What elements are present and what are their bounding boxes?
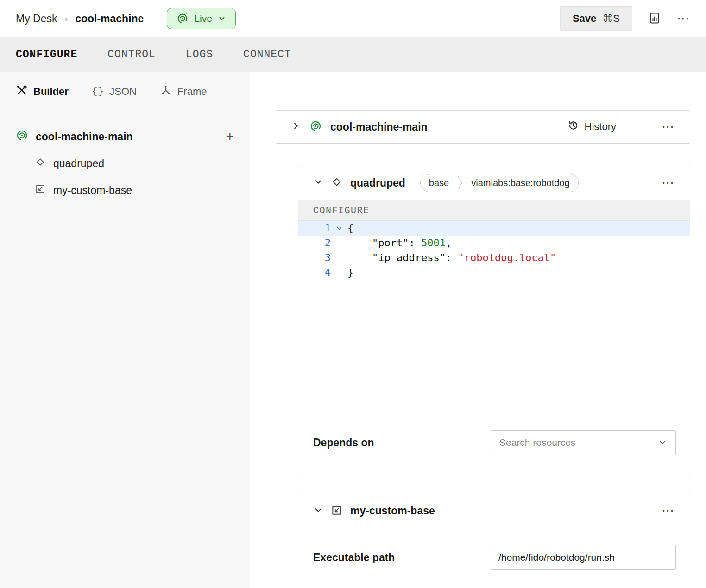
machine-part-title: cool-machine-main (330, 121, 428, 133)
diamond-icon (331, 176, 343, 190)
chevron-down-icon (218, 14, 226, 23)
code-token: : (409, 236, 421, 250)
config-mode-switcher: Builder {} JSON Frame (0, 72, 250, 111)
breadcrumb-current: cool-machine (75, 13, 144, 25)
page-tabbar: CONFIGURE CONTROL LOGS CONNECT (0, 37, 706, 72)
machine-report-button[interactable] (648, 12, 661, 26)
antenna-icon (176, 13, 189, 25)
document-chart-icon (648, 12, 661, 26)
code-token: 5001 (421, 236, 446, 250)
breadcrumb-separator-icon: › (64, 13, 68, 24)
badge-separator-icon (457, 174, 463, 192)
tree-item-machine-part[interactable]: cool-machine-main + (0, 123, 250, 150)
badge-type: base (421, 174, 457, 192)
line-number: 2 (298, 236, 331, 250)
attributes-code-editor[interactable]: 1 { 2 "port": 5001, 3 "ip_address": "rob… (298, 221, 690, 421)
quadruped-card-header: quadruped base viamlabs:base:robotdog ⋯ (298, 166, 690, 200)
machine-part-card: cool-machine-main History ⋯ (276, 110, 690, 144)
tab-logs[interactable]: LOGS (186, 49, 213, 61)
chevron-right-icon[interactable] (291, 121, 301, 133)
more-options-icon: ⋯ (662, 505, 675, 517)
antenna-icon (16, 129, 28, 144)
tab-control[interactable]: CONTROL (107, 49, 156, 61)
depends-on-select[interactable]: Search resources (491, 430, 676, 455)
code-token: "robotdog.local" (458, 250, 556, 265)
my-custom-base-title: my-custom-base (350, 505, 435, 517)
header-actions: Save ⌘S ⋯ (560, 6, 690, 31)
tools-icon (16, 84, 28, 99)
tab-configure[interactable]: CONFIGURE (16, 49, 77, 61)
chevron-down-icon[interactable] (313, 177, 323, 189)
breadcrumb-parent[interactable]: My Desk (16, 13, 57, 25)
code-token: "ip_address" (372, 250, 446, 265)
machine-part-more-button[interactable]: ⋯ (643, 121, 675, 133)
config-sidebar: Builder {} JSON Frame (0, 72, 250, 588)
diamond-icon (35, 156, 46, 170)
code-line: 3 "ip_address": "robotdog.local" (298, 250, 690, 265)
tree-item-label: quadruped (53, 157, 104, 170)
code-token: { (347, 221, 353, 236)
executable-path-label: Executable path (313, 551, 395, 564)
executable-path-input[interactable] (491, 545, 676, 570)
live-label: Live (194, 13, 212, 24)
my-custom-base-card: my-custom-base ⋯ Executable path (298, 493, 690, 588)
code-token: } (347, 265, 353, 280)
antenna-icon (309, 120, 322, 134)
code-line: 4 } (298, 265, 690, 280)
code-line: 1 { (298, 221, 690, 236)
config-main: cool-machine-main History ⋯ (250, 72, 706, 588)
history-button[interactable]: History (567, 119, 616, 134)
component-type-badge: base viamlabs:base:robotdog (420, 174, 579, 192)
mode-frame[interactable]: Frame (160, 84, 207, 99)
configure-section-label: CONFIGURE (298, 200, 690, 221)
mode-frame-label: Frame (177, 86, 207, 98)
mode-builder-label: Builder (33, 86, 69, 98)
live-status-button[interactable]: Live (167, 8, 236, 29)
code-line: 2 "port": 5001, (298, 236, 690, 250)
fold-chevron-icon[interactable] (331, 221, 347, 236)
code-token (347, 250, 372, 265)
mode-builder[interactable]: Builder (16, 84, 69, 99)
resource-tree: cool-machine-main + quadruped (0, 111, 250, 204)
save-button[interactable]: Save ⌘S (560, 6, 632, 31)
depends-on-row: Depends on Search resources (298, 421, 690, 475)
mode-json-label: JSON (109, 86, 137, 98)
badge-model: viamlabs:base:robotdog (463, 174, 578, 192)
tree-item-label: my-custom-base (53, 184, 132, 197)
history-label: History (585, 121, 616, 133)
code-token (347, 236, 372, 250)
module-icon (35, 183, 46, 197)
quadruped-more-button[interactable]: ⋯ (662, 177, 675, 189)
tree-item-quadruped[interactable]: quadruped (0, 150, 250, 177)
more-options-icon: ⋯ (677, 13, 690, 25)
add-component-button[interactable]: + (226, 130, 234, 144)
code-token: , (446, 236, 452, 250)
content: Builder {} JSON Frame (0, 72, 706, 588)
depends-on-label: Depends on (313, 437, 374, 449)
axes-icon (160, 84, 172, 99)
tree-item-my-custom-base[interactable]: my-custom-base (0, 177, 250, 204)
header-more-button[interactable]: ⋯ (677, 13, 690, 25)
history-clock-icon (567, 119, 579, 134)
quadruped-card: quadruped base viamlabs:base:robotdog ⋯ … (298, 166, 690, 475)
header: My Desk › cool-machine Live Save ⌘S (0, 0, 706, 37)
executable-path-row: Executable path (298, 529, 690, 588)
more-options-icon: ⋯ (662, 177, 675, 189)
line-number: 3 (298, 250, 331, 265)
my-custom-base-card-header: my-custom-base ⋯ (298, 493, 690, 529)
breadcrumb: My Desk › cool-machine (16, 13, 144, 25)
save-shortcut: ⌘S (603, 13, 620, 25)
code-token: : (446, 250, 458, 265)
module-icon (331, 504, 343, 518)
chevron-down-icon[interactable] (313, 505, 323, 517)
tab-connect[interactable]: CONNECT (243, 49, 291, 61)
quadruped-title: quadruped (350, 177, 405, 189)
mode-json[interactable]: {} JSON (92, 86, 137, 98)
line-number: 4 (298, 265, 331, 280)
chevron-down-icon (658, 438, 667, 447)
braces-icon: {} (92, 86, 104, 97)
my-custom-base-more-button[interactable]: ⋯ (662, 505, 675, 517)
save-label: Save (573, 13, 596, 25)
code-token: "port" (372, 236, 409, 250)
tree-item-label: cool-machine-main (36, 131, 133, 143)
